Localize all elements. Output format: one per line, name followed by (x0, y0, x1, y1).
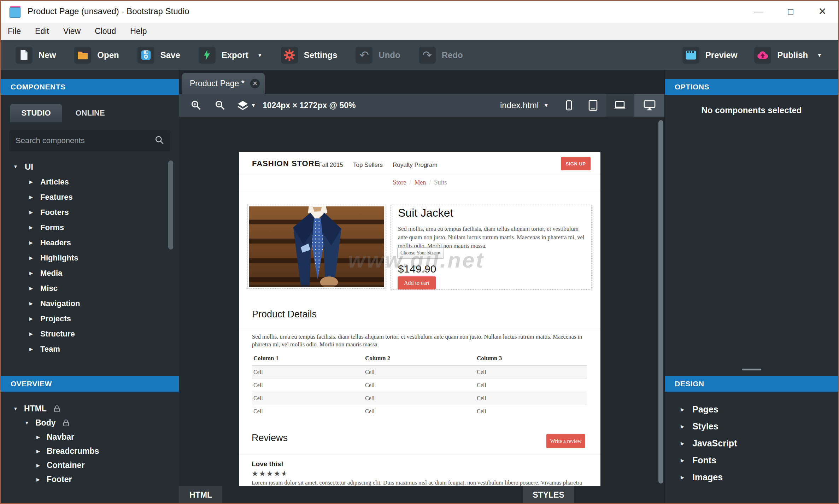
components-tree-item[interactable]: ▶Articles (1, 174, 167, 189)
canvas-scrollbar[interactable] (658, 120, 663, 484)
overview-item[interactable]: ▶Navbar (1, 430, 179, 444)
publish-button[interactable]: Publish ▼ (754, 47, 822, 64)
components-tree-item[interactable]: ▶Misc (1, 281, 167, 296)
write-review-button[interactable]: Write a review (546, 434, 585, 448)
overview-item[interactable]: ▶Container (1, 458, 179, 472)
chevron-down-icon[interactable]: ▼ (250, 94, 257, 117)
design-item-fonts[interactable]: ▶Fonts (665, 452, 838, 469)
design-item-pages[interactable]: ▶Pages (665, 401, 838, 418)
new-file-icon (16, 47, 33, 64)
table-cell: Cell (475, 379, 587, 392)
design-item-images[interactable]: ▶Images (665, 469, 838, 486)
components-panel: COMPONENTS STUDIO ONLINE Search componen… (1, 70, 179, 503)
components-tree-item[interactable]: ▶Headers (1, 235, 167, 250)
chevron-right-icon: ▶ (35, 434, 41, 440)
components-tree-item[interactable]: ▶Team (1, 341, 167, 357)
star-half-icon: ★★ (281, 469, 288, 478)
suit-photo (249, 206, 384, 287)
table-cell: Cell (252, 392, 364, 405)
overview-item[interactable]: ▶Footer (1, 472, 179, 486)
divider (239, 455, 600, 455)
overview-item[interactable]: ▶Breadcrumbs (1, 444, 179, 458)
menu-item-help[interactable]: Help (130, 27, 147, 36)
overview-item[interactable]: ▼HTML (1, 402, 179, 416)
tab-studio[interactable]: STUDIO (10, 104, 62, 122)
minimize-button[interactable]: — (746, 1, 772, 22)
tab-close-icon[interactable]: ✕ (250, 79, 260, 88)
chevron-right-icon: ▶ (28, 240, 34, 245)
size-select[interactable]: Choose Your Size ▼ (397, 247, 444, 259)
add-to-cart-button[interactable]: Add to cart (398, 276, 436, 289)
table-cell: Cell (475, 392, 587, 405)
divider (239, 175, 600, 175)
file-selector[interactable]: index.html ▼ (500, 94, 548, 117)
export-button[interactable]: Export ▼ (199, 47, 263, 64)
panel-resize-handle[interactable] (742, 369, 761, 370)
components-scrollbar[interactable] (168, 160, 173, 250)
lightning-bolt-icon (199, 47, 216, 64)
table-cell: Cell (252, 379, 364, 392)
gear-icon (281, 47, 298, 64)
table-row: CellCellCell (252, 366, 587, 379)
menu-item-file[interactable]: File (8, 27, 21, 36)
tab-online[interactable]: ONLINE (69, 104, 112, 122)
zoom-in-button[interactable] (188, 94, 204, 117)
chevron-right-icon: ▶ (35, 449, 41, 454)
preview-button[interactable]: Preview (682, 47, 738, 64)
settings-button[interactable]: Settings (281, 47, 338, 64)
components-tree-item[interactable]: ▶Features (1, 189, 167, 205)
breadcrumb: Store/Men/Suits (239, 179, 600, 186)
design-canvas[interactable]: FASHION STORE Fall 2015Top SellersRoyalt… (179, 117, 664, 486)
breadcrumb-item[interactable]: Store (393, 179, 406, 186)
star-rating: ★★★★★★ (252, 469, 288, 478)
menu-item-cloud[interactable]: Cloud (95, 27, 116, 36)
table-cell: Cell (252, 366, 364, 379)
table-row: CellCellCell (252, 379, 587, 392)
product-image[interactable] (247, 205, 386, 289)
design-item-javascript[interactable]: ▶JavaScript (665, 435, 838, 452)
components-tree-item[interactable]: ▶Media (1, 265, 167, 281)
redo-button[interactable]: ↷ Redo (419, 47, 463, 64)
components-tree-item[interactable]: ▶Navigation (1, 296, 167, 311)
components-tree-item[interactable]: ▶Forms (1, 220, 167, 235)
page-nav-link[interactable]: Top Sellers (353, 162, 383, 169)
components-tree-item[interactable]: ▶Projects (1, 311, 167, 326)
device-laptop-button[interactable] (606, 94, 634, 117)
styles-editor-button[interactable]: STYLES (523, 486, 574, 503)
document-tab[interactable]: Product Page * ✕ (182, 73, 265, 94)
device-phone-button[interactable] (558, 94, 580, 117)
page-brand[interactable]: FASHION STORE (252, 159, 320, 168)
product-price: $149.90 (398, 263, 436, 275)
device-desktop-button[interactable] (634, 94, 664, 117)
save-button[interactable]: Save (137, 47, 180, 64)
table-header: Column 1 (252, 352, 364, 366)
signup-button[interactable]: SIGN UP (561, 157, 591, 170)
menu-item-view[interactable]: View (63, 27, 81, 36)
product-info-block[interactable]: Suit Jacket Sed mollis, urna eu tempus f… (391, 205, 592, 290)
page-nav-link[interactable]: Fall 2015 (318, 162, 343, 169)
zoom-out-button[interactable] (212, 94, 228, 117)
open-button[interactable]: Open (74, 47, 119, 64)
components-tree-item[interactable]: ▶Footers (1, 205, 167, 220)
page-nav-link[interactable]: Royalty Program (393, 162, 438, 169)
overview-item[interactable]: ▼Body (1, 416, 179, 430)
close-button[interactable]: × (809, 1, 835, 22)
chevron-right-icon: ▶ (28, 316, 34, 321)
maximize-button[interactable]: □ (778, 1, 804, 22)
components-tree-root[interactable]: ▼ UI (1, 159, 167, 174)
components-tree-item[interactable]: ▶Structure (1, 326, 167, 341)
details-description: Sed mollis, urna eu tempus facilisis, di… (252, 333, 587, 349)
device-tablet-button[interactable] (581, 94, 605, 117)
chevron-down-icon: ▼ (13, 164, 18, 169)
breadcrumb-item[interactable]: Men (414, 179, 426, 186)
html-editor-button[interactable]: HTML (179, 486, 222, 503)
chevron-right-icon: ▶ (680, 407, 685, 412)
menu-item-edit[interactable]: Edit (35, 27, 49, 36)
components-tree-item[interactable]: ▶Highlights (1, 250, 167, 265)
undo-button[interactable]: ↶ Undo (356, 47, 400, 64)
details-table: Column 1Column 2Column 3 CellCellCellCel… (252, 352, 587, 418)
new-button[interactable]: New (16, 47, 56, 64)
layers-button[interactable] (235, 94, 251, 117)
design-item-styles[interactable]: ▶Styles (665, 418, 838, 435)
search-input[interactable]: Search components (9, 130, 170, 151)
